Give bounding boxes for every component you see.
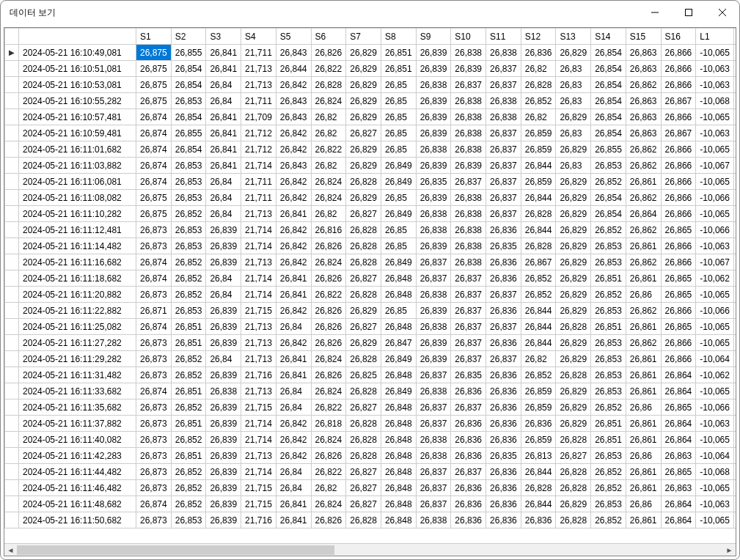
column-header[interactable]: S6 <box>311 29 346 45</box>
table-row[interactable]: 2024-05-21 16:11:20,88226,87326,85226,84… <box>5 287 736 303</box>
data-cell[interactable]: 26,828 <box>521 480 556 496</box>
timestamp-cell[interactable]: 2024-05-21 16:11:10,282 <box>19 206 136 222</box>
data-cell[interactable]: 26,837 <box>451 399 486 416</box>
data-cell[interactable]: 26,85 <box>381 190 416 206</box>
data-cell[interactable]: 26,864 <box>661 367 696 383</box>
timestamp-cell[interactable]: 2024-05-21 16:11:37,882 <box>19 416 136 432</box>
data-cell[interactable]: - <box>734 190 736 206</box>
data-cell[interactable]: 21,714 <box>241 222 276 238</box>
data-cell[interactable]: 26,838 <box>416 383 451 399</box>
data-cell[interactable]: 26,873 <box>136 432 172 448</box>
data-cell[interactable]: 26,82 <box>311 480 346 496</box>
timestamp-cell[interactable]: 2024-05-21 16:10:59,481 <box>19 125 136 141</box>
data-cell[interactable]: 26,853 <box>591 238 626 254</box>
data-cell[interactable]: 26,861 <box>626 464 661 480</box>
data-cell[interactable]: 26,829 <box>556 254 591 270</box>
data-cell[interactable]: 26,835 <box>451 367 486 383</box>
data-cell[interactable]: 26,854 <box>171 77 206 93</box>
data-cell[interactable]: 21,713 <box>241 206 276 222</box>
data-cell[interactable]: 26,82 <box>521 109 556 125</box>
data-cell[interactable]: 26,848 <box>381 464 416 480</box>
data-cell[interactable]: 26,862 <box>626 77 661 93</box>
data-cell[interactable]: 26,843 <box>276 109 311 125</box>
data-cell[interactable]: 26,866 <box>661 351 696 367</box>
table-row[interactable]: 2024-05-21 16:10:53,08126,87526,85426,84… <box>5 77 736 93</box>
data-cell[interactable]: 26,82 <box>521 351 556 367</box>
data-cell[interactable]: 21,713 <box>241 254 276 270</box>
table-row[interactable]: 2024-05-21 16:10:59,48126,87426,85526,84… <box>5 125 736 141</box>
data-cell[interactable]: 26,861 <box>626 174 661 190</box>
data-cell[interactable]: 26,838 <box>416 319 451 335</box>
data-cell[interactable]: -10,065 <box>696 141 734 158</box>
data-cell[interactable]: 26,842 <box>276 141 311 158</box>
data-cell[interactable]: 26,847 <box>381 335 416 351</box>
data-cell[interactable]: 26,852 <box>171 432 206 448</box>
data-cell[interactable]: 26,871 <box>136 303 172 319</box>
data-cell[interactable]: 21,711 <box>241 174 276 190</box>
close-button[interactable] <box>706 1 739 24</box>
data-cell[interactable]: 26,84 <box>276 464 311 480</box>
data-cell[interactable]: 26,838 <box>486 93 521 109</box>
data-cell[interactable]: 26,836 <box>486 367 521 383</box>
grid-scroll-area[interactable]: S1S2S3S4S5S6S7S8S9S10S11S12S13S14S15S16L… <box>4 28 736 543</box>
data-cell[interactable]: 26,864 <box>626 206 661 222</box>
data-cell[interactable]: 26,855 <box>591 141 626 158</box>
table-row[interactable]: 2024-05-21 16:11:27,28226,87326,85126,83… <box>5 335 736 351</box>
data-cell[interactable]: -10,065 <box>696 174 734 190</box>
data-cell[interactable]: 26,827 <box>556 448 591 464</box>
data-cell[interactable]: 26,866 <box>661 109 696 125</box>
data-cell[interactable]: 26,842 <box>276 335 311 351</box>
data-cell[interactable]: 26,836 <box>486 416 521 432</box>
data-cell[interactable]: 26,844 <box>521 464 556 480</box>
data-cell[interactable]: 26,828 <box>346 512 381 528</box>
data-cell[interactable]: 26,829 <box>346 77 381 93</box>
data-cell[interactable]: 26,862 <box>626 141 661 158</box>
data-cell[interactable]: 26,826 <box>311 45 346 61</box>
data-cell[interactable]: 26,824 <box>311 174 346 190</box>
data-cell[interactable]: 26,836 <box>486 335 521 351</box>
data-cell[interactable]: 26,837 <box>416 496 451 512</box>
data-cell[interactable]: - <box>734 399 736 416</box>
column-header[interactable]: S16 <box>661 29 696 45</box>
data-cell[interactable]: 26,838 <box>416 206 451 222</box>
data-cell[interactable]: 26,844 <box>521 190 556 206</box>
data-cell[interactable]: - <box>734 158 736 174</box>
data-cell[interactable]: 26,824 <box>311 351 346 367</box>
data-grid[interactable]: S1S2S3S4S5S6S7S8S9S10S11S12S13S14S15S16L… <box>4 27 736 556</box>
data-cell[interactable]: 26,84 <box>206 270 241 287</box>
data-cell[interactable]: 26,838 <box>451 125 486 141</box>
data-cell[interactable]: 26,848 <box>381 287 416 303</box>
data-cell[interactable]: 21,713 <box>241 383 276 399</box>
timestamp-cell[interactable]: 2024-05-21 16:11:14,482 <box>19 238 136 254</box>
data-cell[interactable]: 21,715 <box>241 399 276 416</box>
data-cell[interactable]: 26,828 <box>556 480 591 496</box>
data-cell[interactable]: 26,852 <box>591 512 626 528</box>
data-cell[interactable]: 26,839 <box>206 416 241 432</box>
data-cell[interactable]: 26,827 <box>346 319 381 335</box>
table-row[interactable]: 2024-05-21 16:11:37,88226,87326,85126,83… <box>5 416 736 432</box>
timestamp-cell[interactable]: 2024-05-21 16:11:46,482 <box>19 480 136 496</box>
table-row[interactable]: 2024-05-21 16:11:03,88226,87426,85326,84… <box>5 158 736 174</box>
data-cell[interactable]: 26,839 <box>206 319 241 335</box>
data-cell[interactable]: 26,839 <box>416 238 451 254</box>
data-cell[interactable]: 21,714 <box>241 432 276 448</box>
data-cell[interactable]: -10,066 <box>696 222 734 238</box>
data-cell[interactable]: 26,874 <box>136 254 172 270</box>
data-cell[interactable]: 26,865 <box>661 287 696 303</box>
data-cell[interactable]: 26,84 <box>206 206 241 222</box>
data-cell[interactable]: 21,716 <box>241 512 276 528</box>
column-header[interactable]: S7 <box>346 29 381 45</box>
data-cell[interactable]: - <box>734 93 736 109</box>
data-cell[interactable]: 26,837 <box>486 77 521 93</box>
scroll-track[interactable] <box>17 544 723 556</box>
table-row[interactable]: 2024-05-21 16:11:42,28326,87326,85126,83… <box>5 448 736 464</box>
data-cell[interactable]: 26,837 <box>451 77 486 93</box>
data-cell[interactable]: 26,863 <box>626 125 661 141</box>
scroll-thumb[interactable] <box>17 545 334 555</box>
data-cell[interactable]: 26,826 <box>311 270 346 287</box>
data-cell[interactable]: -10,065 <box>696 206 734 222</box>
data-cell[interactable]: 26,828 <box>521 238 556 254</box>
data-cell[interactable]: 26,844 <box>276 61 311 77</box>
data-cell[interactable]: 26,838 <box>416 432 451 448</box>
data-cell[interactable]: 26,851 <box>171 319 206 335</box>
